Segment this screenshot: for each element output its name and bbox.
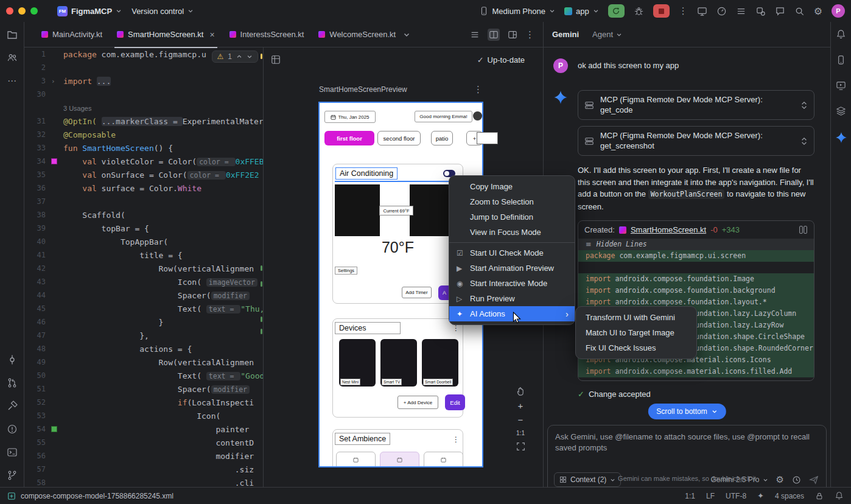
code-line[interactable]: 34 val violetColor = Color(color = 0xFFE… (24, 155, 263, 168)
floor-chip-second[interactable]: second floor (377, 131, 421, 145)
color-preview-swatch[interactable] (51, 158, 57, 164)
device-card-smart-tv[interactable]: Smart TV (380, 339, 417, 387)
code-line[interactable]: 30 (24, 88, 263, 101)
code-line[interactable]: 31@OptIn( ...markerClass = ExperimentalM… (24, 114, 263, 128)
minimize-window-button[interactable] (18, 7, 26, 15)
ai-status-icon[interactable]: ✦ (757, 491, 764, 500)
project-selector[interactable]: FM FigmaMCP (57, 6, 122, 16)
search-icon[interactable] (794, 6, 805, 16)
code-line[interactable]: 2 (24, 61, 263, 74)
submenu-item-fix-ui-check-issues[interactable]: Fix UI Check Issues (576, 340, 696, 355)
devices-title[interactable]: Devices (335, 322, 401, 334)
code-line[interactable]: 40 TopAppBar( (24, 235, 263, 248)
settings-gear-icon[interactable]: ⚙ (814, 5, 822, 17)
scroll-to-bottom-button[interactable]: Scroll to bottom (648, 404, 726, 419)
editor-options-kebab-icon[interactable]: ⋮ (525, 29, 534, 40)
vcs-change-mark[interactable] (261, 265, 262, 271)
caret-position[interactable]: 1:1 (685, 492, 695, 500)
device-manager-icon[interactable] (836, 55, 846, 65)
preview-layout-grid-icon[interactable] (271, 55, 281, 65)
menu-item-jump-to-definition[interactable]: Jump to Definition (449, 209, 575, 225)
device-card-nest-mini[interactable]: Nest Mini (339, 339, 376, 387)
code-line[interactable]: 44 Spacer(modifier (24, 289, 263, 302)
lock-icon[interactable] (815, 492, 824, 500)
editor-list-icon[interactable] (470, 30, 480, 40)
next-issue-icon[interactable] (247, 54, 253, 60)
open-diff-icon[interactable] (799, 225, 808, 234)
code-line[interactable]: 47 }, (24, 329, 263, 342)
run-config-selector[interactable]: app (564, 7, 599, 16)
ambience-title[interactable]: Set Ambience (335, 433, 390, 445)
inspections-widget[interactable]: ⚠ 1 (212, 51, 258, 63)
code-line[interactable]: 54 painter (24, 422, 263, 436)
code-line[interactable]: 37 (24, 195, 263, 208)
commit-icon[interactable] (7, 354, 18, 365)
split-right-active[interactable] (488, 29, 500, 41)
ambience-card-1[interactable] (336, 452, 376, 467)
profile-avatar[interactable] (473, 111, 482, 121)
ac-title[interactable]: Air Conditioning (335, 167, 397, 180)
tab-gemini[interactable]: Gemini (552, 30, 579, 39)
code-line[interactable]: 50 Text( text = "Good (24, 369, 263, 382)
menu-item-start-ui-check-mode[interactable]: ☑Start UI Check Mode (449, 245, 575, 261)
build-icon[interactable] (7, 401, 18, 411)
menu-item-copy-image[interactable]: Copy Image (449, 179, 575, 194)
code-line[interactable]: 3 Usages (24, 101, 263, 114)
gutter[interactable] (51, 158, 63, 164)
code-line[interactable]: 55 contentD (24, 436, 263, 449)
code-line[interactable]: 53 Icon( (24, 409, 263, 422)
chat-conversation[interactable]: P ok add this screen to my app MCP (Figm… (544, 47, 830, 487)
code-line[interactable]: 51 Spacer(modifier (24, 382, 263, 396)
prev-issue-icon[interactable] (236, 54, 242, 60)
code-line[interactable]: 41 title = { (24, 248, 263, 262)
ai-chat-icon[interactable] (775, 6, 785, 16)
created-filename-link[interactable]: SmartHomeScreen.kt (631, 225, 706, 234)
selection-handle[interactable] (477, 132, 498, 144)
structure-icon[interactable] (736, 6, 746, 16)
code-line[interactable]: 43 Icon( imageVector (24, 275, 263, 289)
tab-welcomescreen[interactable]: WelcomeScreen.kt (311, 22, 403, 47)
vcs-change-mark[interactable] (261, 329, 262, 334)
notifications-icon[interactable] (836, 29, 846, 40)
code-line[interactable]: 39 topBar = { (24, 222, 263, 235)
submenu-item-match-ui-to-target-image[interactable]: Match UI to Target Image (576, 325, 696, 340)
code-line[interactable]: 49 Row(verticalAlignmen (24, 355, 263, 369)
gutter[interactable] (51, 426, 63, 432)
user-avatar[interactable]: P (832, 4, 845, 18)
menu-item-view-in-focus-mode[interactable]: View in Focus Mode (449, 225, 575, 240)
floor-chip-patio[interactable]: patio (431, 131, 453, 145)
zoom-to-fit-icon[interactable] (516, 442, 525, 451)
code-line[interactable]: 48 actions = { (24, 342, 263, 355)
zoom-in-button[interactable]: + (518, 402, 524, 410)
maximize-window-button[interactable] (30, 7, 38, 15)
add-timer-button[interactable]: Add Timer (402, 287, 432, 298)
close-window-button[interactable] (6, 7, 13, 15)
pull-requests-icon[interactable] (7, 377, 18, 388)
code-line[interactable]: 3›import ... (24, 74, 263, 88)
device-card-smart-doorbell[interactable]: Smart Doorbell (422, 339, 458, 387)
split-editor-right-icon[interactable] (508, 30, 517, 40)
running-devices-icon[interactable] (836, 80, 846, 91)
indent-setting[interactable]: 4 spaces (775, 492, 804, 500)
tab-mainactivity[interactable]: MainActivity.kt (34, 22, 110, 47)
rerun-button[interactable] (608, 4, 625, 18)
close-tab-icon[interactable]: × (209, 30, 214, 40)
hidden-tabs-chevron-icon[interactable] (403, 31, 410, 38)
code-line[interactable]: 58 .cli (24, 476, 263, 487)
vcs-widget[interactable]: Version control (131, 7, 194, 16)
version-control-icon[interactable] (7, 470, 18, 481)
debug-button[interactable] (634, 6, 644, 16)
warning-stripe-mark[interactable] (261, 54, 262, 59)
date-chip[interactable]: Thu, Jan 2025 (324, 111, 376, 123)
community-icon[interactable] (7, 52, 18, 63)
gemini-tool-window-icon[interactable] (835, 131, 847, 144)
project-folder-icon[interactable] (7, 29, 18, 40)
code-line[interactable]: 33fun SmartHomeScreen() { (24, 141, 263, 155)
tab-agent[interactable]: Agent (592, 30, 622, 39)
plugins-icon[interactable] (755, 6, 766, 16)
code-line[interactable]: 38 Scaffold( (24, 208, 263, 222)
tool-call-card-get-screenshot[interactable]: MCP (Figma Remote Dev Mode MCP Server): … (578, 126, 814, 156)
settings-label[interactable]: Settings (335, 267, 357, 275)
file-encoding[interactable]: UTF-8 (726, 492, 746, 500)
device-selector[interactable]: Medium Phone (479, 6, 555, 16)
